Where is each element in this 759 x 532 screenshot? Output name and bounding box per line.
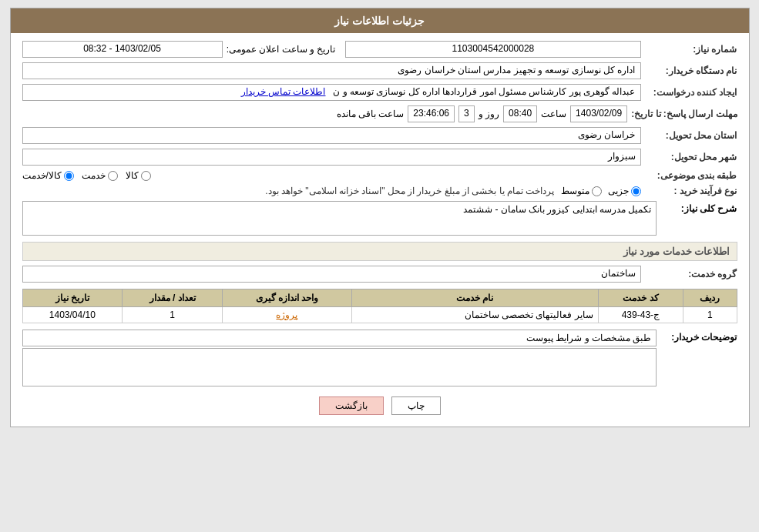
page-header: جزئیات اطلاعات نیاز — [11, 8, 749, 33]
service-group-value: ساختمان — [22, 266, 641, 283]
deadline-remaining: 23:46:06 — [408, 105, 455, 122]
buyer-desc-top-value: طبق مشخصات و شرایط پیوست — [22, 330, 657, 346]
deadline-day-label: روز و — [479, 109, 499, 119]
requester-value: عبداله گوهری پور کارشناس مسئول امور قرار… — [22, 84, 641, 101]
cell-service-code: ج-43-439 — [598, 307, 683, 323]
purchase-type-label: نوع فرآیند خرید : — [645, 186, 737, 196]
announce-date-label: تاریخ و ساعت اعلان عمومی: — [227, 44, 336, 55]
requester-contact-link[interactable]: اطلاعات تماس خریدار — [241, 86, 326, 97]
category-goods-service-radio[interactable] — [64, 171, 74, 181]
need-number-label: شماره نیاز: — [645, 44, 737, 55]
services-table: ردیف کد خدمت نام خدمت واحد اندازه گیری ت… — [22, 289, 737, 323]
print-button[interactable]: چاپ — [391, 396, 441, 415]
deadline-days: 3 — [458, 105, 475, 122]
page-title: جزئیات اطلاعات نیاز — [334, 15, 425, 27]
need-desc-label: شرح کلی نیاز: — [660, 201, 737, 214]
category-service-label: خدمت — [82, 170, 106, 181]
service-group-row: گروه خدمت: ساختمان — [22, 266, 737, 283]
requester-label: ایجاد کننده درخواست: — [645, 87, 737, 98]
main-container: جزئیات اطلاعات نیاز شماره نیاز: 11030045… — [10, 8, 750, 427]
table-row: 1 ج-43-439 سایر فعالیتهای تخصصی ساختمان … — [22, 307, 737, 323]
category-service-item: خدمت — [82, 170, 118, 181]
service-group-label: گروه خدمت: — [645, 269, 737, 279]
buyer-desc-content: طبق مشخصات و شرایط پیوست — [22, 330, 657, 389]
announce-date-value: 1403/02/05 - 08:32 — [22, 41, 223, 58]
city-label: شهر محل تحویل: — [645, 152, 737, 162]
services-section-title: اطلاعات خدمات مورد نیاز — [22, 242, 737, 261]
buyer-org-label: نام دستگاه خریدار: — [645, 65, 737, 76]
cell-unit[interactable]: پروژه — [276, 309, 297, 320]
deadline-remaining-label: ساعت باقی مانده — [337, 109, 405, 119]
city-row: شهر محل تحویل: سبزوار — [22, 149, 737, 166]
city-value: سبزوار — [22, 149, 641, 166]
category-goods-label: کالا — [126, 170, 139, 181]
purchase-medium-label: متوسط — [561, 186, 589, 196]
purchase-medium-radio[interactable] — [592, 186, 602, 196]
need-desc-textarea[interactable]: <span data-bind="header.need_desc_value"… — [22, 201, 657, 236]
category-label: طبقه بندی موضوعی: — [645, 170, 737, 181]
buyer-desc-row: توضیحات خریدار: طبق مشخصات و شرایط پیوست — [22, 330, 737, 389]
category-goods-service-label: کالا/خدمت — [22, 170, 62, 181]
purchase-partial-radio[interactable] — [631, 186, 641, 196]
col-unit: واحد اندازه گیری — [222, 289, 351, 307]
back-button[interactable]: بازگشت — [319, 396, 384, 415]
buyer-org-value: اداره کل نوسازی توسعه و تجهیز مدارس استا… — [22, 62, 641, 79]
col-service-code: کد خدمت — [598, 289, 683, 307]
purchase-type-note: پرداخت تمام یا بخشی از مبلغ خریدار از مح… — [265, 186, 554, 196]
deadline-date: 1403/02/09 — [570, 105, 627, 122]
category-goods-service-item: کالا/خدمت — [22, 170, 74, 181]
purchase-type-row: نوع فرآیند خرید : جزیی متوسط پرداخت تمام… — [22, 186, 737, 196]
category-row: طبقه بندی موضوعی: کالا خدمت کالا/خدمت — [22, 170, 737, 181]
category-goods-item: کالا — [126, 170, 151, 181]
requester-row: ایجاد کننده درخواست: عبداله گوهری پور کا… — [22, 84, 737, 101]
category-service-radio[interactable] — [108, 171, 118, 181]
need-number-value: 1103004542000028 — [345, 41, 640, 58]
col-service-name: نام خدمت — [351, 289, 598, 307]
buyer-desc-textarea[interactable] — [22, 348, 657, 386]
cell-service-name: سایر فعالیتهای تخصصی ساختمان — [351, 307, 598, 323]
category-radio-group: کالا خدمت کالا/خدمت — [22, 170, 641, 181]
purchase-partial-label: جزیی — [608, 186, 629, 196]
col-row-num: ردیف — [683, 289, 737, 307]
need-desc-content: <span data-bind="header.need_desc_value"… — [22, 201, 657, 236]
deadline-time: 08:40 — [503, 105, 537, 122]
buttons-row: چاپ بازگشت — [22, 396, 737, 415]
deadline-time-label: ساعت — [541, 109, 566, 119]
category-goods-radio[interactable] — [141, 171, 151, 181]
province-value: خراسان رضوی — [22, 127, 641, 144]
need-desc-row: شرح کلی نیاز: <span data-bind="header.ne… — [22, 201, 737, 236]
buyer-desc-label: توضیحات خریدار: — [660, 330, 737, 343]
cell-quantity: 1 — [123, 307, 223, 323]
buyer-org-row: نام دستگاه خریدار: اداره کل نوسازی توسعه… — [22, 62, 737, 79]
need-number-row: شماره نیاز: 1103004542000028 تاریخ و ساع… — [22, 41, 737, 58]
province-label: استان محل تحویل: — [645, 130, 737, 141]
purchase-partial-item: جزیی — [608, 186, 641, 196]
purchase-medium-item: متوسط — [561, 186, 602, 196]
cell-row-num: 1 — [683, 307, 737, 323]
deadline-row: مهلت ارسال پاسخ: تا تاریخ: 1403/02/09 سا… — [22, 105, 737, 122]
deadline-label: مهلت ارسال پاسخ: تا تاریخ: — [631, 109, 737, 119]
services-table-container: ردیف کد خدمت نام خدمت واحد اندازه گیری ت… — [22, 289, 737, 323]
col-date: تاریخ نیاز — [22, 289, 123, 307]
cell-date: 1403/04/10 — [22, 307, 123, 323]
col-quantity: تعداد / مقدار — [123, 289, 223, 307]
content-area: شماره نیاز: 1103004542000028 تاریخ و ساع… — [11, 33, 749, 427]
province-row: استان محل تحویل: خراسان رضوی — [22, 127, 737, 144]
